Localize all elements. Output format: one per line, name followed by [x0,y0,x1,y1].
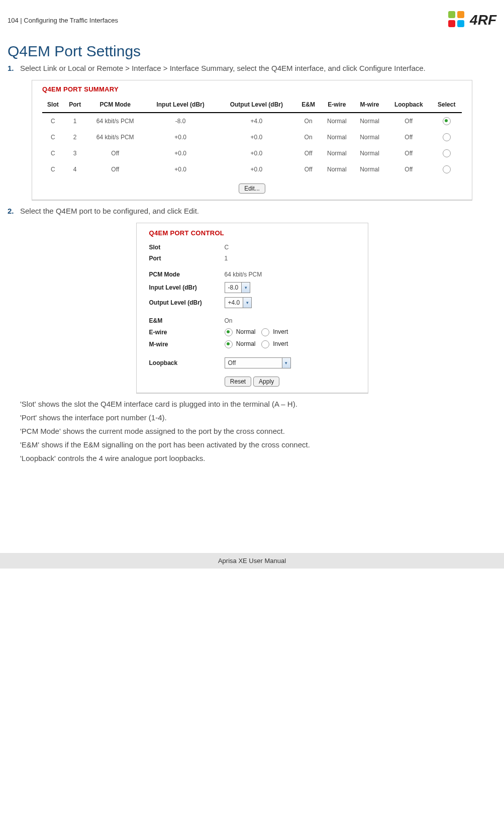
cell-em: Off [296,161,320,177]
col-slot: Slot [42,98,64,113]
cell-mw: Normal [353,113,386,129]
col-out: Output Level (dBr) [217,98,296,113]
col-port: Port [64,98,86,113]
mwire-normal-label: Normal [236,340,256,347]
output-level-select[interactable]: +4.0 ▾ [225,297,252,308]
lbl-lb: Loopback [149,359,225,366]
lbl-ew: E-wire [149,329,225,336]
para-slot: 'Slot' shows the slot the Q4EM interface… [8,400,496,408]
table-row: C264 kbit/s PCM+0.0+0.0OnNormalNormalOff [42,129,462,145]
chevron-down-icon: ▾ [243,298,251,308]
cell-in: +0.0 [144,161,217,177]
table-row: C164 kbit/s PCM-8.0+4.0OnNormalNormalOff [42,113,462,129]
mwire-invert-label: Invert [273,340,288,347]
cell-select [431,161,462,177]
cell-select [431,145,462,161]
col-lb: Loopback [386,98,431,113]
chevron-down-icon: ▾ [241,283,250,293]
cell-lb: Off [386,129,431,145]
lbl-pcm: PCM Mode [149,271,225,278]
cell-in: +0.0 [144,129,217,145]
para-port: 'Port' shows the interface port number (… [8,413,496,422]
ewire-normal-radio[interactable] [225,328,233,336]
cell-lb: Off [386,161,431,177]
col-em: E&M [296,98,320,113]
edit-button[interactable]: Edit... [239,183,265,194]
row-select-radio[interactable] [443,117,451,125]
cell-select [431,129,462,145]
footer: Aprisa XE User Manual [0,553,504,569]
cell-lb: Off [386,145,431,161]
control-title: Q4EM PORT CONTROL [149,229,355,237]
cell-ew: Normal [321,145,353,161]
cell-out: +0.0 [217,161,296,177]
cell-pcm: Off [86,145,144,161]
cell-port: 3 [64,145,86,161]
cell-out: +0.0 [217,129,296,145]
step-2: Select the Q4EM port to be configured, a… [8,207,496,215]
row-select-radio[interactable] [443,165,451,173]
cell-out: +0.0 [217,145,296,161]
val-slot: C [225,244,355,251]
lbl-port: Port [149,255,225,262]
cell-ew: Normal [321,129,353,145]
cell-in: +0.0 [144,145,217,161]
cell-mw: Normal [353,145,386,161]
table-row: C3Off+0.0+0.0OffNormalNormalOff [42,145,462,161]
cell-port: 1 [64,113,86,129]
cell-em: On [296,129,320,145]
ewire-invert-label: Invert [273,328,288,335]
cell-pcm: Off [86,161,144,177]
cell-mw: Normal [353,161,386,177]
cell-em: Off [296,145,320,161]
cell-slot: C [42,113,64,129]
val-pcm: 64 kbit/s PCM [225,271,355,278]
val-em: On [225,317,355,324]
reset-button[interactable]: Reset [225,377,251,387]
col-ew: E-wire [321,98,353,113]
output-level-value: +4.0 [225,299,243,306]
page-header: 104 | Configuring the Traffic Interfaces [8,17,118,24]
col-in: Input Level (dBr) [144,98,217,113]
loopback-value: Off [225,359,239,366]
cell-port: 2 [64,129,86,145]
col-pcm: PCM Mode [86,98,144,113]
para-pcm: 'PCM Mode' shows the current mode assign… [8,427,496,435]
cell-lb: Off [386,113,431,129]
summary-title: Q4EM PORT SUMMARY [42,85,462,93]
page-title: Q4EM Port Settings [8,43,496,60]
chevron-down-icon: ▾ [282,358,290,368]
row-select-radio[interactable] [443,149,451,157]
summary-panel: Q4EM PORT SUMMARY Slot Port PCM Mode Inp… [32,80,472,201]
cell-em: On [296,113,320,129]
brand-text: 4RF [470,12,496,28]
cell-ew: Normal [321,161,353,177]
lbl-em: E&M [149,317,225,324]
mwire-normal-radio[interactable] [225,340,233,348]
cell-out: +4.0 [217,113,296,129]
step-1: Select Link or Local or Remote > Interfa… [8,64,496,72]
lbl-mw: M-wire [149,341,225,348]
input-level-select[interactable]: -8.0 ▾ [225,282,251,293]
summary-table: Slot Port PCM Mode Input Level (dBr) Out… [42,98,462,177]
brand-logo: 4RF [447,10,496,30]
mwire-invert-radio[interactable] [261,340,269,348]
cell-slot: C [42,145,64,161]
col-mw: M-wire [353,98,386,113]
cell-ew: Normal [321,113,353,129]
lbl-out: Output Level (dBr) [149,299,225,306]
row-select-radio[interactable] [443,133,451,141]
input-level-value: -8.0 [225,284,242,291]
val-port: 1 [225,255,355,262]
cell-pcm: 64 kbit/s PCM [86,129,144,145]
loopback-select[interactable]: Off ▾ [225,357,291,368]
para-lb: 'Loopback' controls the 4 wire analogue … [8,454,496,462]
col-sel: Select [431,98,462,113]
lbl-slot: Slot [149,244,225,251]
cell-slot: C [42,129,64,145]
cell-slot: C [42,161,64,177]
ewire-invert-radio[interactable] [261,328,269,336]
apply-button[interactable]: Apply [253,377,279,387]
control-panel: Q4EM PORT CONTROL Slot C Port 1 PCM Mode… [136,223,368,394]
cell-mw: Normal [353,129,386,145]
